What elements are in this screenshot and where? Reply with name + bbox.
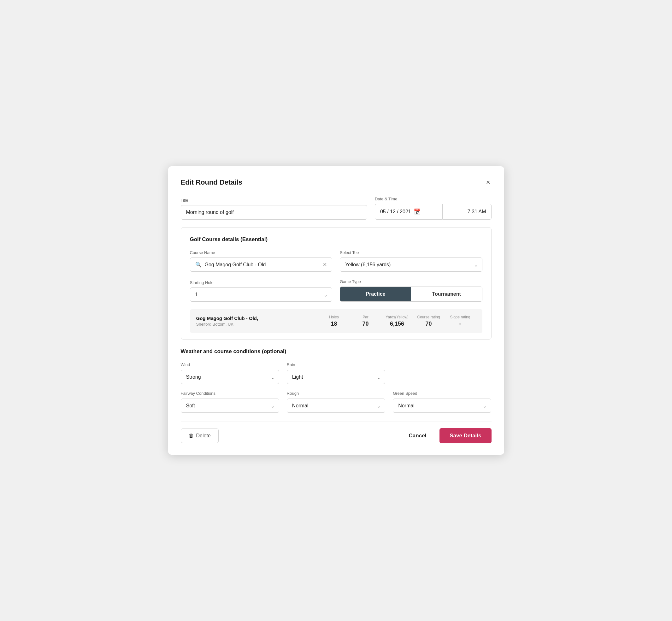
- yards-label: Yards(Yellow): [385, 315, 409, 319]
- fairway-group: Fairway Conditions Soft Firm Normal ⌄: [181, 390, 279, 413]
- course-rating-label: Course rating: [417, 315, 440, 319]
- practice-toggle-button[interactable]: Practice: [340, 287, 411, 301]
- clear-icon[interactable]: ✕: [323, 261, 327, 267]
- modal-title: Edit Round Details: [181, 178, 243, 187]
- yards-value: 6,156: [390, 321, 404, 327]
- course-holes-stat: Holes 18: [318, 315, 350, 327]
- course-info-row: Gog Magog Golf Club - Old, Shelford Bott…: [190, 309, 482, 333]
- datetime-fields: 05 / 12 / 2021 📅 7:31 AM: [375, 204, 492, 220]
- game-type-toggle: Practice Tournament: [340, 287, 482, 302]
- edit-round-modal: Edit Round Details × Title Date & Time 0…: [168, 166, 504, 455]
- tournament-toggle-button[interactable]: Tournament: [411, 287, 482, 301]
- footer-row: 🗑 Delete Cancel Save Details: [181, 422, 492, 443]
- par-value: 70: [362, 321, 369, 327]
- green-speed-select-wrapper: Normal Slow Fast ⌄: [393, 399, 491, 413]
- trash-icon: 🗑: [189, 433, 194, 439]
- title-datetime-row: Title Date & Time 05 / 12 / 2021 📅 7:31 …: [181, 197, 492, 220]
- course-name-tee-row: Course Name 🔍 ✕ Select Tee Yellow (6,156…: [190, 250, 482, 272]
- golf-course-section-title: Golf Course details (Essential): [190, 236, 482, 243]
- fairway-dropdown[interactable]: Soft Firm Normal: [181, 399, 279, 413]
- date-input-wrapper[interactable]: 05 / 12 / 2021 📅: [375, 204, 443, 220]
- rain-label: Rain: [287, 362, 295, 367]
- starting-hole-group: Starting Hole 1 10 ⌄: [190, 280, 333, 302]
- wind-dropdown[interactable]: Strong None Light Moderate: [181, 370, 279, 384]
- time-value: 7:31 AM: [468, 209, 486, 215]
- course-rating-value: 70: [425, 321, 432, 327]
- title-group: Title: [181, 198, 367, 220]
- fairway-select-wrapper: Soft Firm Normal ⌄: [181, 399, 279, 413]
- wind-label: Wind: [181, 362, 190, 367]
- select-tee-label: Select Tee: [340, 250, 482, 255]
- wind-rain-row: Wind Strong None Light Moderate ⌄ Rain L…: [181, 362, 492, 384]
- select-tee-wrapper: Yellow (6,156 yards) White Red ⌄: [340, 257, 482, 272]
- footer-right: Cancel Save Details: [403, 428, 492, 443]
- select-tee-dropdown[interactable]: Yellow (6,156 yards) White Red: [340, 257, 482, 272]
- modal-header: Edit Round Details ×: [181, 178, 492, 187]
- search-icon: 🔍: [195, 261, 202, 267]
- rain-group: Rain Light None Moderate Heavy ⌄: [287, 362, 385, 384]
- calendar-icon: 📅: [414, 208, 421, 215]
- rough-dropdown[interactable]: Normal Short Long: [287, 399, 385, 413]
- game-type-group: Game Type Practice Tournament: [340, 279, 482, 302]
- course-name-input-wrapper[interactable]: 🔍 ✕: [190, 257, 333, 272]
- course-rating-stat: Course rating 70: [413, 315, 445, 327]
- green-speed-dropdown[interactable]: Normal Slow Fast: [393, 399, 491, 413]
- rough-group: Rough Normal Short Long ⌄: [287, 390, 385, 413]
- fairway-label: Fairway Conditions: [181, 391, 216, 396]
- wind-group: Wind Strong None Light Moderate ⌄: [181, 362, 279, 384]
- date-value: 05 / 12 / 2021: [380, 209, 411, 215]
- title-label: Title: [181, 198, 367, 203]
- course-par-stat: Par 70: [350, 315, 381, 327]
- course-name-label: Course Name: [190, 250, 333, 255]
- delete-button[interactable]: 🗑 Delete: [181, 428, 219, 443]
- slope-rating-label: Slope rating: [450, 315, 470, 319]
- close-button[interactable]: ×: [485, 178, 492, 187]
- golf-course-section: Golf Course details (Essential) Course N…: [181, 227, 492, 339]
- course-yards-stat: Yards(Yellow) 6,156: [381, 315, 413, 327]
- course-info-name-text: Gog Magog Golf Club - Old,: [196, 316, 318, 321]
- starting-hole-wrapper: 1 10 ⌄: [190, 287, 333, 302]
- title-input[interactable]: [181, 205, 367, 220]
- wind-select-wrapper: Strong None Light Moderate ⌄: [181, 370, 279, 384]
- starting-hole-game-type-row: Starting Hole 1 10 ⌄ Game Type Practice …: [190, 279, 482, 302]
- time-input-wrapper[interactable]: 7:31 AM: [442, 204, 491, 220]
- green-speed-label: Green Speed: [393, 391, 417, 396]
- starting-hole-label: Starting Hole: [190, 280, 333, 285]
- course-info-location: Shelford Bottom, UK: [196, 322, 318, 327]
- par-label: Par: [363, 315, 369, 319]
- save-button[interactable]: Save Details: [439, 428, 491, 443]
- weather-section: Weather and course conditions (optional)…: [181, 348, 492, 413]
- holes-value: 18: [331, 321, 337, 327]
- select-tee-group: Select Tee Yellow (6,156 yards) White Re…: [340, 250, 482, 272]
- rain-dropdown[interactable]: Light None Moderate Heavy: [287, 370, 385, 384]
- course-name-input[interactable]: [205, 262, 320, 267]
- datetime-label: Date & Time: [375, 197, 492, 201]
- delete-label: Delete: [196, 433, 211, 439]
- cancel-button[interactable]: Cancel: [403, 428, 432, 443]
- datetime-group: Date & Time 05 / 12 / 2021 📅 7:31 AM: [375, 197, 492, 220]
- starting-hole-dropdown[interactable]: 1 10: [190, 287, 333, 302]
- game-type-label: Game Type: [340, 279, 482, 284]
- slope-rating-stat: Slope rating -: [445, 315, 476, 327]
- rough-label: Rough: [287, 391, 299, 396]
- fairway-rough-green-row: Fairway Conditions Soft Firm Normal ⌄ Ro…: [181, 390, 492, 413]
- weather-section-title: Weather and course conditions (optional): [181, 348, 492, 355]
- course-name-group: Course Name 🔍 ✕: [190, 250, 333, 272]
- course-info-name: Gog Magog Golf Club - Old, Shelford Bott…: [196, 316, 318, 327]
- slope-rating-value: -: [459, 321, 461, 327]
- green-speed-group: Green Speed Normal Slow Fast ⌄: [393, 390, 491, 413]
- rough-select-wrapper: Normal Short Long ⌄: [287, 399, 385, 413]
- rain-select-wrapper: Light None Moderate Heavy ⌄: [287, 370, 385, 384]
- holes-label: Holes: [329, 315, 339, 319]
